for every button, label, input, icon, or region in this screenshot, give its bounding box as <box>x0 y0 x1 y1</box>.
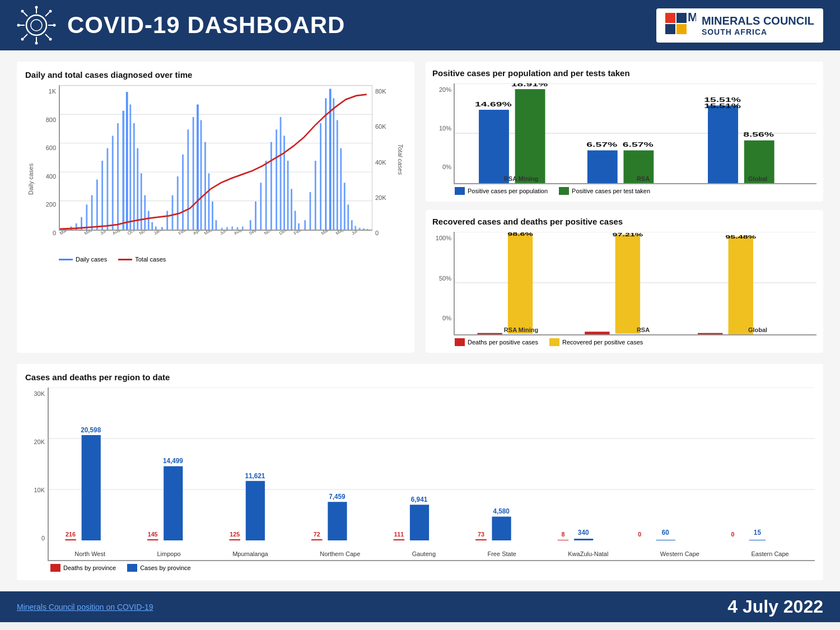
svg-rect-18 <box>665 13 675 23</box>
svg-rect-64 <box>231 226 233 230</box>
svg-rect-34 <box>96 180 98 230</box>
svg-point-9 <box>53 24 56 27</box>
svg-text:20,598: 20,598 <box>81 426 101 434</box>
svg-text:95.48%: 95.48% <box>725 234 756 240</box>
y-axis-left-label: Daily cases <box>25 85 36 253</box>
svg-rect-57 <box>200 120 202 230</box>
svg-text:8.56%: 8.56% <box>743 131 774 138</box>
svg-rect-79 <box>304 220 306 230</box>
svg-rect-87 <box>340 148 342 230</box>
legend-deaths-label: Deaths per positive cases <box>468 339 538 346</box>
mpu-deaths-bar <box>229 539 240 540</box>
svg-rect-49 <box>161 227 163 230</box>
positive-legend: Positive cases per population Positive c… <box>432 187 816 195</box>
page-header: COVID-19 DASHBOARD M MINERALS COUNCIL SO… <box>0 0 840 50</box>
kzn-deaths-bar <box>558 540 569 540</box>
svg-text:4,580: 4,580 <box>493 507 510 515</box>
svg-text:125: 125 <box>230 531 240 538</box>
positive-x-labels: RSA MiningRSAGlobal <box>455 175 816 182</box>
svg-rect-33 <box>91 195 93 230</box>
test-color-icon <box>559 187 569 195</box>
svg-line-14 <box>24 34 27 38</box>
nw-cases-bar <box>82 435 101 540</box>
regional-y-axis: 30K20K10K0 <box>25 388 48 561</box>
main-content: Daily and total cases diagnosed over tim… <box>0 50 840 591</box>
svg-rect-68 <box>255 202 256 230</box>
virus-icon <box>17 6 56 45</box>
footer-date: 4 July 2022 <box>727 596 823 617</box>
svg-rect-32 <box>86 204 87 230</box>
footer-link[interactable]: Minerals Council position on COVID-19 <box>17 603 153 612</box>
svg-point-0 <box>26 15 46 35</box>
svg-text:14.69%: 14.69% <box>475 101 512 108</box>
page-title: COVID-19 DASHBOARD <box>67 12 656 39</box>
legend-total: Total cases <box>118 256 166 263</box>
svg-rect-63 <box>226 227 228 230</box>
svg-point-7 <box>17 24 20 27</box>
svg-rect-83 <box>325 98 326 230</box>
legend-test: Positive cases per test taken <box>559 187 650 195</box>
nc-cases-bar <box>328 502 347 540</box>
recovered-y-axis: 100%50%0% <box>432 232 454 335</box>
regional-chart-area: 20,598 216 14,499 145 11,621 125 7,459 <box>48 388 815 561</box>
svg-text:6.57%: 6.57% <box>586 141 617 148</box>
svg-text:97.21%: 97.21% <box>612 232 643 237</box>
svg-point-1 <box>31 20 42 31</box>
positive-cases-title: Positive cases per population and per te… <box>432 68 816 78</box>
legend-regional-deaths-label: Deaths by province <box>63 564 116 571</box>
svg-rect-88 <box>344 183 346 230</box>
svg-rect-89 <box>347 204 349 230</box>
svg-rect-55 <box>193 117 194 230</box>
recovered-section: Recovered cases and deaths per positive … <box>426 210 823 353</box>
deaths-color-icon <box>455 338 465 346</box>
svg-text:11,621: 11,621 <box>245 472 265 480</box>
positive-cases-section: Positive cases per population and per te… <box>426 62 823 202</box>
timeseries-legend: Daily cases Total cases <box>25 256 406 263</box>
positive-cases-svg: 14.69% 18.91% 6.57% 6.57% 15.51% <box>455 83 816 183</box>
right-charts: Positive cases per population and per te… <box>426 62 823 353</box>
svg-rect-43 <box>137 148 138 230</box>
svg-rect-76 <box>291 189 292 230</box>
svg-rect-78 <box>298 223 300 230</box>
legend-daily: Daily cases <box>59 256 107 263</box>
svg-rect-73 <box>280 117 282 230</box>
svg-rect-59 <box>208 173 210 230</box>
svg-line-16 <box>45 34 49 38</box>
gau-cases-bar <box>410 505 429 540</box>
svg-rect-80 <box>310 192 311 230</box>
svg-rect-41 <box>129 105 131 230</box>
global-pop-bar2 <box>708 112 738 183</box>
svg-rect-82 <box>320 123 321 230</box>
svg-text:73: 73 <box>478 531 484 538</box>
svg-text:340: 340 <box>578 529 589 536</box>
svg-rect-85 <box>333 98 334 230</box>
gau-deaths-bar <box>394 539 405 540</box>
svg-text:18.91%: 18.91% <box>511 83 548 87</box>
svg-point-5 <box>35 42 38 45</box>
svg-text:7,459: 7,459 <box>329 493 346 501</box>
svg-rect-70 <box>265 161 267 230</box>
recovered-x-labels: RSA MiningRSAGlobal <box>455 326 816 333</box>
y-axis-right-label: Total cases <box>395 85 406 253</box>
svg-rect-51 <box>172 195 174 230</box>
svg-rect-94 <box>367 229 368 230</box>
regional-cases-icon <box>127 564 137 572</box>
rsa-mining-pop-bar <box>479 110 509 183</box>
legend-test-label: Positive cases per test taken <box>572 188 650 194</box>
svg-rect-46 <box>148 211 150 230</box>
regional-x-labels: North West Limpopo Mpumalanga Northern C… <box>49 550 815 557</box>
svg-line-12 <box>45 12 49 16</box>
svg-rect-72 <box>276 129 277 230</box>
svg-rect-50 <box>166 211 168 230</box>
svg-rect-61 <box>216 220 217 230</box>
svg-rect-75 <box>287 161 289 230</box>
legend-regional-cases: Cases by province <box>127 564 191 572</box>
svg-rect-66 <box>242 226 244 230</box>
minerals-logo-icon: M <box>665 13 696 38</box>
regional-chart-section: Cases and deaths per region to date 30K2… <box>17 364 823 580</box>
svg-rect-74 <box>283 136 285 230</box>
legend-regional-cases-label: Cases by province <box>140 564 191 571</box>
regional-svg: 20,598 216 14,499 145 11,621 125 7,459 <box>49 388 815 540</box>
western-cape-label: Western Cape <box>660 550 699 557</box>
svg-rect-44 <box>141 173 142 230</box>
